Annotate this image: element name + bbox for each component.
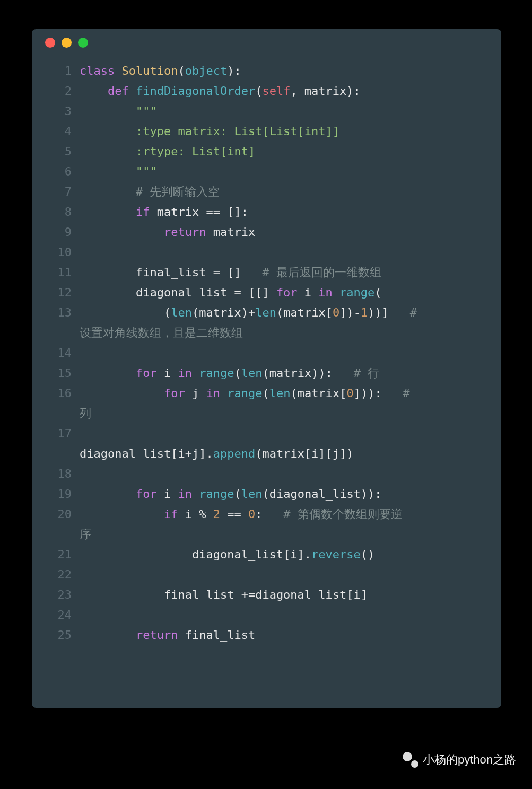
code-content[interactable] [80, 343, 501, 363]
code-content[interactable] [80, 464, 501, 484]
code-content[interactable] [80, 565, 501, 585]
code-line[interactable]: 25 return final_list [32, 625, 501, 645]
watermark: 小杨的python之路 [403, 752, 516, 768]
line-number: 7 [32, 182, 80, 202]
code-content[interactable]: for i in range(len(matrix)): # 行 [80, 363, 501, 383]
code-content[interactable] [80, 605, 501, 625]
code-line[interactable]: 13 (len(matrix)+len(matrix[0])-1))] # [32, 303, 501, 323]
code-area[interactable]: 1class Solution(object):2 def findDiagon… [32, 56, 501, 645]
code-line[interactable]: 5 :rtype: List[int] [32, 142, 501, 162]
line-number: 17 [32, 424, 80, 444]
code-line[interactable]: 10 [32, 242, 501, 262]
line-number: 24 [32, 605, 80, 625]
code-line[interactable]: 15 for i in range(len(matrix)): # 行 [32, 363, 501, 383]
code-content[interactable]: for i in range(len(diagonal_list)): [80, 484, 501, 504]
code-line[interactable]: 3 """ [32, 101, 501, 121]
line-number: 10 [32, 242, 80, 262]
line-number: 12 [32, 283, 80, 303]
line-number: 9 [32, 222, 80, 242]
line-number: 25 [32, 625, 80, 645]
line-number: 11 [32, 262, 80, 283]
code-content[interactable]: return final_list [80, 625, 501, 645]
line-number: 22 [32, 565, 80, 585]
line-number: 18 [32, 464, 80, 484]
line-number: 8 [32, 202, 80, 222]
code-line[interactable]: 22 [32, 565, 501, 585]
line-number: 6 [32, 162, 80, 182]
code-editor-window: 1class Solution(object):2 def findDiagon… [32, 29, 501, 708]
line-number: 3 [32, 101, 80, 121]
code-line[interactable]: 14 [32, 343, 501, 363]
code-line[interactable]: 17 [32, 424, 501, 444]
watermark-text: 小杨的python之路 [423, 752, 516, 768]
code-line[interactable]: 1class Solution(object): [32, 61, 501, 81]
code-line[interactable]: 18 [32, 464, 501, 484]
line-number: 21 [32, 545, 80, 565]
code-wrap-continuation[interactable]: 设置对角线数组，且是二维数组 [32, 323, 501, 343]
line-number: 4 [32, 121, 80, 142]
code-line[interactable]: 2 def findDiagonalOrder(self, matrix): [32, 81, 501, 101]
line-number: 19 [32, 484, 80, 504]
code-wrap-continuation[interactable]: 序 [32, 524, 501, 545]
code-line[interactable]: 8 if matrix == []: [32, 202, 501, 222]
code-content[interactable]: diagonal_list[i].reverse() [80, 545, 501, 565]
line-number: 23 [32, 585, 80, 605]
line-number: 20 [32, 504, 80, 524]
line-number: 1 [32, 61, 80, 81]
code-line[interactable]: 19 for i in range(len(diagonal_list)): [32, 484, 501, 504]
code-content[interactable]: return matrix [80, 222, 501, 242]
code-content[interactable]: :rtype: List[int] [80, 142, 501, 162]
code-wrap-continuation[interactable]: 列 [32, 404, 501, 424]
code-line[interactable]: 4 :type matrix: List[List[int]] [32, 121, 501, 142]
code-content[interactable]: if i % 2 == 0: # 第偶数个数组则要逆 [80, 504, 501, 524]
line-number: 15 [32, 363, 80, 383]
code-content[interactable]: final_list +=diagonal_list[i] [80, 585, 501, 605]
code-content[interactable]: final_list = [] # 最后返回的一维数组 [80, 262, 501, 283]
wechat-icon [403, 752, 418, 768]
window-titlebar [32, 29, 501, 56]
code-line[interactable]: 24 [32, 605, 501, 625]
line-number: 14 [32, 343, 80, 363]
code-content[interactable]: # 先判断输入空 [80, 182, 501, 202]
code-content[interactable]: diagonal_list = [[] for i in range( [80, 283, 501, 303]
line-number: 16 [32, 383, 80, 404]
line-number: 5 [32, 142, 80, 162]
code-wrap-continuation[interactable]: diagonal_list[i+j].append(matrix[i][j]) [32, 444, 501, 464]
close-dot-icon[interactable] [45, 38, 55, 48]
code-line[interactable]: 11 final_list = [] # 最后返回的一维数组 [32, 262, 501, 283]
code-content[interactable]: if matrix == []: [80, 202, 501, 222]
code-line[interactable]: 9 return matrix [32, 222, 501, 242]
code-content[interactable]: def findDiagonalOrder(self, matrix): [80, 81, 501, 101]
code-line[interactable]: 7 # 先判断输入空 [32, 182, 501, 202]
code-content[interactable]: """ [80, 162, 501, 182]
code-line[interactable]: 20 if i % 2 == 0: # 第偶数个数组则要逆 [32, 504, 501, 524]
code-content[interactable] [80, 424, 501, 444]
maximize-dot-icon[interactable] [78, 38, 88, 48]
code-line[interactable]: 12 diagonal_list = [[] for i in range( [32, 283, 501, 303]
line-number: 2 [32, 81, 80, 101]
code-line[interactable]: 23 final_list +=diagonal_list[i] [32, 585, 501, 605]
code-content[interactable]: for j in range(len(matrix[0])): # [80, 383, 501, 404]
minimize-dot-icon[interactable] [62, 38, 72, 48]
code-content[interactable]: (len(matrix)+len(matrix[0])-1))] # [80, 303, 501, 323]
code-line[interactable]: 21 diagonal_list[i].reverse() [32, 545, 501, 565]
line-number: 13 [32, 303, 80, 323]
code-content[interactable]: :type matrix: List[List[int]] [80, 121, 501, 142]
code-content[interactable] [80, 242, 501, 262]
code-line[interactable]: 6 """ [32, 162, 501, 182]
code-content[interactable]: class Solution(object): [80, 61, 501, 81]
code-line[interactable]: 16 for j in range(len(matrix[0])): # [32, 383, 501, 404]
code-content[interactable]: """ [80, 101, 501, 121]
